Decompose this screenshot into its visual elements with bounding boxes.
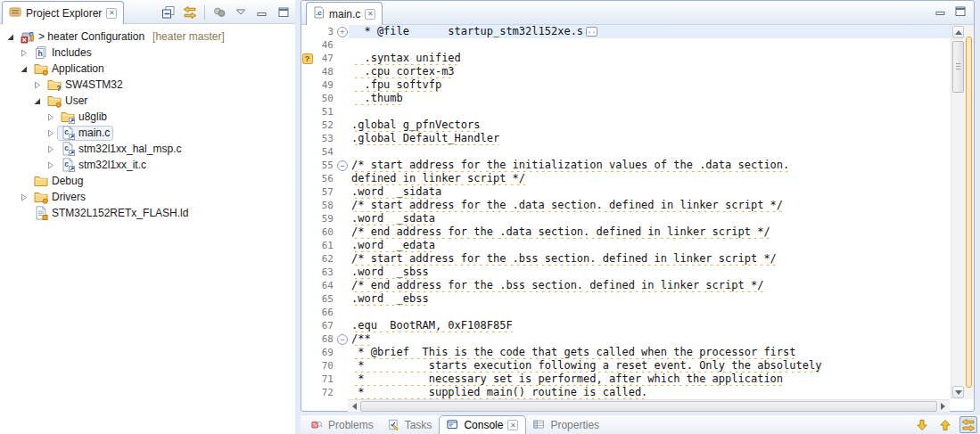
code-line-62[interactable]: 62/* start address for the .bss section.…: [301, 252, 951, 266]
link-with-editor-button[interactable]: [181, 4, 199, 20]
warning-annotation-stripe[interactable]: [966, 37, 972, 388]
code-line-66[interactable]: 66: [301, 306, 951, 319]
close-icon[interactable]: ✕: [507, 420, 518, 430]
code-text[interactable]: .word _sidata: [349, 185, 951, 199]
focus-on-active-task-button[interactable]: [210, 4, 228, 20]
horizontal-scroll-thumb[interactable]: [360, 401, 937, 412]
tab-properties[interactable]: Properties: [526, 415, 606, 434]
expand-arrow-icon[interactable]: [45, 161, 55, 169]
collapse-arrow-icon[interactable]: [32, 97, 42, 105]
code-text[interactable]: .word _edata: [349, 239, 951, 252]
code-text[interactable]: .equ BootRAM, 0xF108F85F: [349, 319, 951, 332]
tree-item-sw4stm32[interactable]: ?SW4STM32: [32, 77, 127, 93]
minus-icon[interactable]: −: [337, 160, 348, 171]
tree-item-heater-configuration[interactable]: C> heater Configuration[heater master]: [5, 29, 225, 45]
code-line-63[interactable]: 63.word _sbss: [301, 266, 951, 279]
code-line-61[interactable]: 61.word _edata: [301, 239, 951, 252]
tree-item-stm32l1xx-it-c[interactable]: cstm32l1xx_it.c: [45, 157, 150, 173]
tree-item-stm32l152retx-flash-ld[interactable]: STM32L152RETx_FLASH.ld: [19, 205, 192, 221]
code-text[interactable]: [349, 145, 951, 159]
code-line-65[interactable]: 65.word _ebss: [301, 292, 951, 306]
expand-arrow-icon[interactable]: [19, 49, 29, 57]
code-line-50[interactable]: 50 .thumb: [301, 92, 951, 105]
editor-code-area[interactable]: 3+ * @file startup_stm32l152xe.s..46?47 …: [301, 25, 951, 399]
tree-item-u8glib[interactable]: u8glib: [45, 109, 111, 125]
tree-item-includes[interactable]: hIncludes: [19, 45, 95, 61]
tree-item-drivers[interactable]: Drivers: [19, 189, 89, 205]
code-line-58[interactable]: 58/* start address for the .data section…: [301, 199, 951, 212]
code-line-70[interactable]: 70 * starts execution following a reset …: [301, 359, 951, 373]
annotation-overview-ruler[interactable]: [964, 25, 974, 399]
code-line-49[interactable]: 49 .fpu softvfp: [301, 78, 951, 92]
code-line-51[interactable]: 51: [301, 105, 951, 119]
code-text[interactable]: .thumb: [349, 92, 951, 105]
question-marker-icon[interactable]: ?: [302, 53, 313, 64]
code-text[interactable]: /**: [349, 332, 951, 346]
code-line-48[interactable]: 48 .cpu cortex-m3: [301, 65, 951, 78]
up-arrow-button[interactable]: [936, 416, 954, 433]
code-text[interactable]: .cpu cortex-m3: [349, 65, 951, 78]
code-text[interactable]: * supplied main() routine is called.: [349, 386, 951, 399]
tree-item-debug[interactable]: Debug: [19, 173, 86, 189]
scroll-left-icon[interactable]: [349, 401, 360, 412]
code-text[interactable]: [349, 105, 951, 119]
code-text[interactable]: .syntax unified: [349, 52, 951, 65]
code-line-59[interactable]: 59.word _sdata: [301, 212, 951, 225]
code-text[interactable]: [349, 306, 951, 319]
maximize-icon[interactable]: [275, 4, 292, 20]
code-text[interactable]: defined in linker script */: [349, 172, 951, 185]
code-line-55[interactable]: 55−/* start address for the initializati…: [301, 159, 951, 172]
code-text[interactable]: /* start address for the initialization …: [349, 159, 951, 172]
code-line-57[interactable]: 57.word _sidata: [301, 185, 951, 199]
code-text[interactable]: * @file startup_stm32l152xe.s: [349, 25, 583, 38]
tree-item-application[interactable]: Application: [19, 61, 108, 77]
tab-tasks[interactable]: Tasks: [381, 415, 440, 434]
scroll-right-icon[interactable]: [937, 401, 949, 412]
folded-region-icon[interactable]: ..: [586, 27, 597, 37]
code-line-64[interactable]: 64/* end address for the .bss section. d…: [301, 279, 951, 292]
code-text[interactable]: .word _ebss: [349, 292, 951, 306]
fold-collapse-icon[interactable]: −: [336, 159, 349, 172]
editor-vertical-scrollbar[interactable]: [951, 25, 964, 399]
scroll-up-icon[interactable]: [952, 26, 964, 38]
code-text[interactable]: /* end address for the .data section. de…: [349, 225, 951, 239]
tree-item-stm32l1xx-hal-msp-c[interactable]: cstm32l1xx_hal_msp.c: [45, 141, 185, 157]
code-line-47[interactable]: ?47 .syntax unified: [301, 52, 951, 65]
code-line-67[interactable]: 67.equ BootRAM, 0xF108F85F: [301, 319, 951, 332]
link-with-editor-toggle[interactable]: [959, 416, 977, 433]
fold-expand-icon[interactable]: +: [336, 25, 349, 38]
expand-arrow-icon[interactable]: [32, 81, 42, 89]
code-text[interactable]: .word _sdata: [349, 212, 951, 225]
close-icon[interactable]: ✕: [106, 8, 117, 19]
tab-main-c[interactable]: .c main.c ✕: [306, 2, 383, 25]
code-line-3[interactable]: 3+ * @file startup_stm32l152xe.s..: [301, 25, 951, 38]
code-line-69[interactable]: 69 * @brief This is the code that gets c…: [301, 346, 951, 359]
code-line-60[interactable]: 60/* end address for the .data section. …: [301, 225, 951, 239]
code-line-53[interactable]: 53.global Default_Handler: [301, 132, 951, 145]
expand-arrow-icon[interactable]: [45, 113, 55, 121]
code-text[interactable]: /* start address for the .bss section. d…: [349, 252, 951, 266]
code-line-72[interactable]: 72 * supplied main() routine is called.: [301, 386, 951, 399]
tab-project-explorer[interactable]: Project Explorer ✕: [2, 1, 124, 24]
code-text[interactable]: .global g_pfnVectors: [349, 119, 951, 132]
editor-horizontal-scrollbar[interactable]: [348, 399, 950, 412]
code-line-71[interactable]: 71 * necessary set is performed, after w…: [301, 373, 951, 386]
code-line-46[interactable]: 46: [301, 38, 951, 52]
code-line-56[interactable]: 56defined in linker script */: [301, 172, 951, 185]
minimize-icon[interactable]: [253, 4, 271, 20]
maximize-icon[interactable]: [955, 6, 967, 20]
code-text[interactable]: /* end address for the .bss section. def…: [349, 279, 951, 292]
vertical-scroll-thumb[interactable]: [952, 41, 964, 93]
tree-item-user[interactable]: User: [32, 93, 91, 109]
code-line-52[interactable]: 52.global g_pfnVectors: [301, 119, 951, 132]
tab-problems[interactable]: Problems: [304, 415, 381, 434]
expand-arrow-icon[interactable]: [45, 145, 55, 153]
collapse-all-button[interactable]: [160, 4, 177, 20]
code-text[interactable]: .fpu softvfp: [349, 78, 951, 92]
collapse-arrow-icon[interactable]: [19, 65, 29, 73]
code-text[interactable]: * @brief This is the code that gets call…: [349, 346, 951, 359]
code-line-54[interactable]: 54: [301, 145, 951, 159]
minus-icon[interactable]: −: [337, 334, 348, 345]
code-text[interactable]: [349, 38, 951, 52]
code-text[interactable]: .global Default_Handler: [349, 132, 951, 145]
